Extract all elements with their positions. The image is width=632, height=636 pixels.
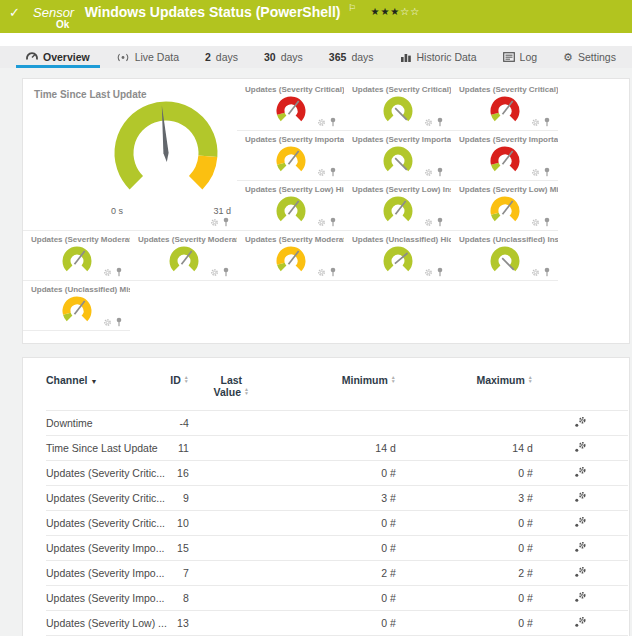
cell-channel[interactable]: Updates (Severity Low) ... (46, 611, 167, 636)
gear-icon[interactable] (424, 168, 433, 177)
pin-icon[interactable] (543, 217, 551, 227)
tab-log[interactable]: Log (493, 46, 548, 68)
gauge-cell-updates-unclassified-install[interactable]: Updates (Unclassified) Install... (451, 231, 558, 281)
gauge-cell-updates-severity-important[interactable]: Updates (Severity Important) ... (451, 131, 558, 181)
cell-actions[interactable] (533, 511, 628, 536)
gear-icon[interactable] (531, 118, 540, 127)
gear-icon[interactable] (531, 268, 540, 277)
gear-icon[interactable] (317, 218, 326, 227)
gauge-cell-updates-severity-moderate-i[interactable]: Updates (Severity Moderate) I... (130, 231, 237, 281)
cell-channel[interactable]: Downtime (46, 411, 167, 436)
pin-icon[interactable] (329, 217, 337, 227)
tab-overview[interactable]: Overview (16, 46, 100, 68)
tab-2-days[interactable]: 2days (195, 46, 248, 68)
cell-channel[interactable]: Updates (Severity Impo... (46, 586, 167, 611)
gear-icon[interactable] (317, 268, 326, 277)
channel-settings-icon[interactable] (574, 591, 587, 603)
channel-settings-icon[interactable] (574, 516, 587, 528)
gear-icon[interactable] (317, 168, 326, 177)
gauge-cell-updates-unclassified-missing[interactable]: Updates (Unclassified) Missing (23, 281, 130, 331)
cell-channel[interactable]: Updates (Severity Impo... (46, 536, 167, 561)
pin-icon[interactable] (436, 217, 444, 227)
gauge-cell-updates-severity-moderate[interactable]: Updates (Severity Moderate) ... (23, 231, 130, 281)
gear-icon[interactable] (103, 318, 112, 327)
cell-maximum: 0 # (396, 511, 533, 536)
pin-icon[interactable] (329, 117, 337, 127)
pin-icon[interactable] (222, 267, 230, 277)
primary-gauge-cell[interactable]: Time Since Last Update 0 s 31 d (23, 81, 237, 231)
gear-icon[interactable] (531, 218, 540, 227)
gear-icon[interactable] (424, 218, 433, 227)
cell-actions[interactable] (533, 461, 628, 486)
pin-icon[interactable] (115, 267, 123, 277)
cell-actions[interactable] (533, 561, 628, 586)
channel-settings-icon[interactable] (574, 541, 587, 553)
cell-actions[interactable] (533, 611, 628, 636)
gauge-cell-updates-severity-moderate[interactable]: Updates (Severity Moderate) ... (237, 231, 344, 281)
gauge-cell-updates-severity-critical-mi[interactable]: Updates (Severity Critical) Mi... (451, 81, 558, 131)
cell-actions[interactable] (533, 411, 628, 436)
sort-icon[interactable]: ▲▼ (528, 375, 533, 383)
pin-icon[interactable] (115, 317, 123, 327)
gauge-cell-updates-severity-low-hidden[interactable]: Updates (Severity Low) Hidden (237, 181, 344, 231)
column-header-maximum[interactable]: Maximum▲▼ (396, 372, 533, 411)
channel-settings-icon[interactable] (574, 416, 587, 428)
gear-icon[interactable] (210, 218, 219, 227)
cell-minimum: 0 # (274, 461, 396, 486)
pin-icon[interactable] (543, 167, 551, 177)
cell-actions[interactable] (533, 486, 628, 511)
gear-icon[interactable] (103, 268, 112, 277)
cell-id: 8 (167, 586, 189, 611)
channel-settings-icon[interactable] (574, 466, 587, 478)
cell-actions[interactable] (533, 586, 628, 611)
cell-channel[interactable]: Updates (Severity Critic... (46, 461, 167, 486)
sort-icon[interactable]: ▲▼ (244, 387, 249, 395)
cell-actions[interactable] (533, 536, 628, 561)
tab-live-data[interactable]: Live Data (106, 46, 189, 68)
pin-icon[interactable] (436, 117, 444, 127)
gauge-cell-updates-severity-low-missi[interactable]: Updates (Severity Low) Missi... (451, 181, 558, 231)
tab-30-days[interactable]: 30days (254, 46, 313, 68)
pin-icon[interactable] (436, 267, 444, 277)
pin-icon[interactable] (329, 267, 337, 277)
gauge-cell-updates-severity-critical-hi[interactable]: Updates (Severity Critical) Hi... (237, 81, 344, 131)
pin-icon[interactable] (222, 217, 230, 227)
gauge-cell-updates-severity-critical-ins[interactable]: Updates (Severity Critical) Ins... (344, 81, 451, 131)
sort-icon[interactable]: ▲▼ (184, 375, 189, 383)
priority-stars[interactable]: ★★★☆☆ (370, 6, 420, 17)
column-header-minimum[interactable]: Minimum▲▼ (274, 372, 396, 411)
gauge-cell-updates-severity-low-install[interactable]: Updates (Severity Low) Install... (344, 181, 451, 231)
pin-icon[interactable] (543, 267, 551, 277)
star-filled-icon[interactable]: ★★★ (370, 6, 400, 17)
column-header-lastvalue[interactable]: LastValue▲▼ (189, 372, 274, 411)
gauge-cell-updates-severity-important[interactable]: Updates (Severity Important) ... (344, 131, 451, 181)
cell-channel[interactable]: Time Since Last Update (46, 436, 167, 461)
gauge-cell-updates-severity-important[interactable]: Updates (Severity Important) ... (237, 131, 344, 181)
star-empty-icon[interactable]: ☆☆ (400, 6, 420, 17)
channel-settings-icon[interactable] (574, 616, 587, 628)
pin-icon[interactable] (329, 167, 337, 177)
gear-icon[interactable] (531, 168, 540, 177)
channel-settings-icon[interactable] (574, 441, 587, 453)
tab-365-days[interactable]: 365days (319, 46, 384, 68)
gear-icon[interactable] (424, 118, 433, 127)
flag-icon[interactable]: ⚐ (348, 3, 356, 13)
gauge-cell-updates-unclassified-hidden[interactable]: Updates (Unclassified) Hidden (344, 231, 451, 281)
cell-channel[interactable]: Updates (Severity Impo... (46, 561, 167, 586)
cell-actions[interactable] (533, 436, 628, 461)
tab-historic-data[interactable]: Historic Data (390, 46, 487, 68)
channel-settings-icon[interactable] (574, 491, 587, 503)
tab-settings[interactable]: ⚙Settings (553, 46, 626, 68)
sort-desc-icon[interactable]: ▼ (90, 378, 97, 385)
column-header-channel[interactable]: Channel▼ (46, 372, 167, 411)
sort-icon[interactable]: ▲▼ (391, 375, 396, 383)
pin-icon[interactable] (436, 167, 444, 177)
column-header-id[interactable]: ID▲▼ (167, 372, 189, 411)
gear-icon[interactable] (210, 268, 219, 277)
cell-channel[interactable]: Updates (Severity Critic... (46, 486, 167, 511)
pin-icon[interactable] (543, 117, 551, 127)
gear-icon[interactable] (424, 268, 433, 277)
gear-icon[interactable] (317, 118, 326, 127)
cell-channel[interactable]: Updates (Severity Critic... (46, 511, 167, 536)
channel-settings-icon[interactable] (574, 566, 587, 578)
